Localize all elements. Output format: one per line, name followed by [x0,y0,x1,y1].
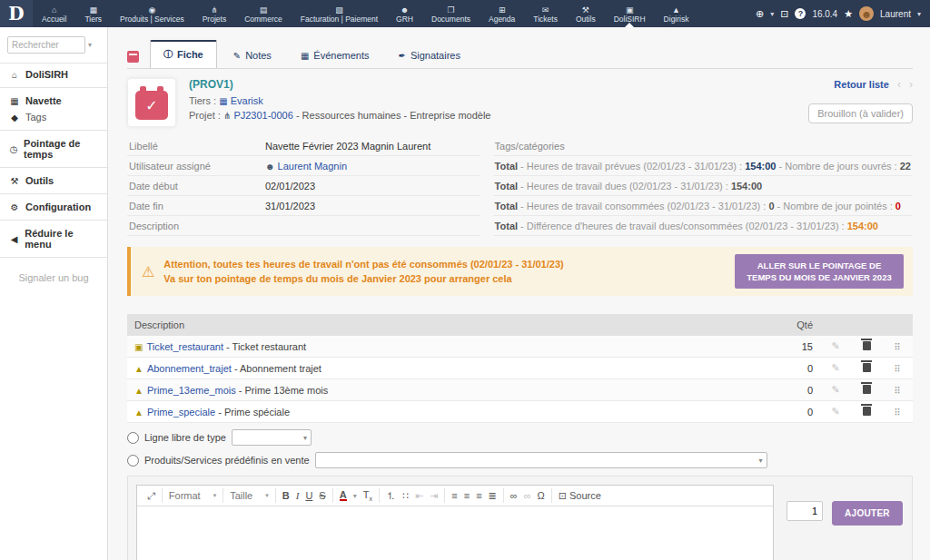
line-ref-link[interactable]: Prime_13eme_mois [147,385,236,396]
unlink-button[interactable]: ∞ [524,490,531,501]
text-color-button[interactable]: A [340,490,347,501]
ordered-list-button[interactable]: ⒈ [386,489,396,503]
tab-fiche[interactable]: ⓘFiche [150,40,217,68]
sidebar-item-dolisirh[interactable]: ⌂DoliSIRH [0,64,107,85]
tab-notes[interactable]: ✎Notes [221,44,284,68]
delete-line-icon[interactable] [863,363,871,372]
sidebar-item-navette[interactable]: ▦Navette [0,90,107,112]
outdent-button[interactable]: ⇤ [415,490,423,502]
project-link[interactable]: PJ2301-0006 [233,110,292,121]
product-select[interactable]: ▾ [315,452,767,468]
link-button[interactable]: ∞ [510,490,518,501]
nav-facturation-paiement[interactable]: ▧Facturation | Paiement [292,0,387,27]
nav-commerce[interactable]: ▤Commerce [235,0,292,27]
sidebar-item-outils[interactable]: ⚒Outils [0,170,107,192]
justify-button[interactable]: ≣ [489,490,497,502]
nav-label: Produits | Services [120,15,184,24]
edit-line-icon[interactable]: ✎ [831,406,839,417]
next-record-icon[interactable]: › [909,78,913,91]
edit-line-icon[interactable]: ✎ [831,362,839,373]
free-line-radio[interactable] [127,432,139,444]
username-label[interactable]: Laurent [880,9,911,19]
line-ref-link[interactable]: Abonnement_trajet [147,363,232,374]
warning-line-2: Va sur ton pointage de temps du mois de … [163,271,563,286]
maximize-icon[interactable]: ⤢ [147,490,155,502]
italic-button[interactable]: I [296,490,300,501]
nav-dolisirh[interactable]: ▣DoliSIRH [605,0,655,27]
editor-content-area[interactable] [137,506,773,560]
sidebar-item-configuration[interactable]: ⚙Configuration [0,196,107,218]
nav-tiers[interactable]: ▦Tiers [75,0,111,27]
edit-line-icon[interactable]: ✎ [831,340,839,351]
help-icon[interactable]: ? [795,8,806,19]
app-logo[interactable]: D [0,0,33,27]
report-bug-link[interactable]: Signaler un bug [0,272,107,283]
line-ref-link[interactable]: Prime_speciale [147,407,215,418]
underline-button[interactable]: U [305,490,312,501]
nav-label: Digirisk [664,15,689,24]
delete-line-icon[interactable] [863,385,871,394]
service-icon: ▲ [134,408,143,418]
align-center-button[interactable]: ≡ [464,490,470,501]
print-icon[interactable]: ⊡ [780,8,788,20]
chevron-down-icon[interactable]: ▾ [917,10,921,18]
search-caret-icon[interactable]: ▾ [88,41,92,49]
add-line-button[interactable]: AJOUTER [832,501,903,526]
bookmark-star-icon[interactable]: ★ [844,8,853,20]
drag-handle-icon[interactable]: ⠿ [894,342,900,352]
line-qty: 15 [766,336,820,358]
total-heures-dues: Total - Heures de travail dues (02/01/23… [493,176,913,196]
tab-evenements[interactable]: ▦Événements [288,44,382,68]
go-to-timesheet-button[interactable]: ALLER SUR LE POINTAGE DE TEMPS DU MOIS D… [735,254,904,289]
align-right-button[interactable]: ≡ [476,490,481,501]
edit-line-icon[interactable]: ✎ [831,384,839,395]
nav-tickets[interactable]: ✉Tickets [524,0,567,27]
quantity-input[interactable] [787,501,823,521]
user-avatar[interactable]: ☻ [859,6,874,21]
predefined-product-radio[interactable] [127,455,139,467]
warning-triangle-icon: ⚠ [142,263,154,280]
field-description: Description [127,216,480,236]
strikethrough-button[interactable]: S [319,490,325,501]
line-type-select[interactable]: ▾ [232,429,312,446]
drag-handle-icon[interactable]: ⠿ [894,364,900,374]
sidebar-item-pointage-de-temps[interactable]: ◷Pointage de temps [0,133,107,165]
search-input[interactable] [7,36,85,54]
fields-right-column: Tags/catégories Total - Heures de travai… [493,136,913,236]
nav-produits-services[interactable]: ◉Produits | Services [111,0,193,27]
nav-digirisk[interactable]: ▲Digirisk [655,0,698,27]
nav-documents[interactable]: ❐Documents [422,0,480,27]
align-left-button[interactable]: ≡ [451,490,457,501]
caret-down-icon[interactable]: ▾ [353,492,357,500]
format-dropdown[interactable]: Format▾ [169,490,216,501]
sidebar-item-tags[interactable]: ◆Tags [0,112,107,128]
total-heures-consommees: Total - Heures de travail consommées (02… [493,196,913,216]
remove-format-button[interactable]: Tx [363,489,372,502]
bold-button[interactable]: B [282,490,290,501]
indent-button[interactable]: ⇥ [430,490,438,502]
line-ref-link[interactable]: Ticket_restaurant [146,341,223,352]
nav-projets[interactable]: ⋔Projets [193,0,235,27]
delete-line-icon[interactable] [863,341,871,350]
special-char-button[interactable]: Ω [538,490,545,501]
record-icon-card: ✓ [127,78,176,127]
sidebar-item-reduire-le-menu[interactable]: ◀Réduire le menu [0,222,107,255]
nav-outils[interactable]: ⚒Outils [567,0,605,27]
nav-accueil[interactable]: ⌂Accueil [33,0,75,27]
back-to-list-link[interactable]: Retour liste [834,79,889,90]
bullet-list-button[interactable]: ∷ [402,490,409,502]
delete-line-icon[interactable] [863,407,871,416]
size-dropdown[interactable]: Taille▾ [230,490,269,501]
nav-agenda[interactable]: ⊞Agenda [480,0,524,27]
nav-grh[interactable]: ☻GRH [387,0,422,27]
tiers-link[interactable]: Evarisk [231,95,263,106]
prev-record-icon[interactable]: ‹ [897,78,901,91]
nav-label: Outils [576,15,596,24]
notes-icon: ✎ [233,51,241,61]
assigned-user-link[interactable]: Laurent Magnin [278,161,347,172]
drag-handle-icon[interactable]: ⠿ [894,408,900,418]
source-button[interactable]: ⊡ Source [559,490,601,502]
tab-signataires[interactable]: ✒Signataires [385,44,472,68]
language-globe-icon[interactable]: ⊕ [756,8,764,20]
drag-handle-icon[interactable]: ⠿ [894,386,900,396]
